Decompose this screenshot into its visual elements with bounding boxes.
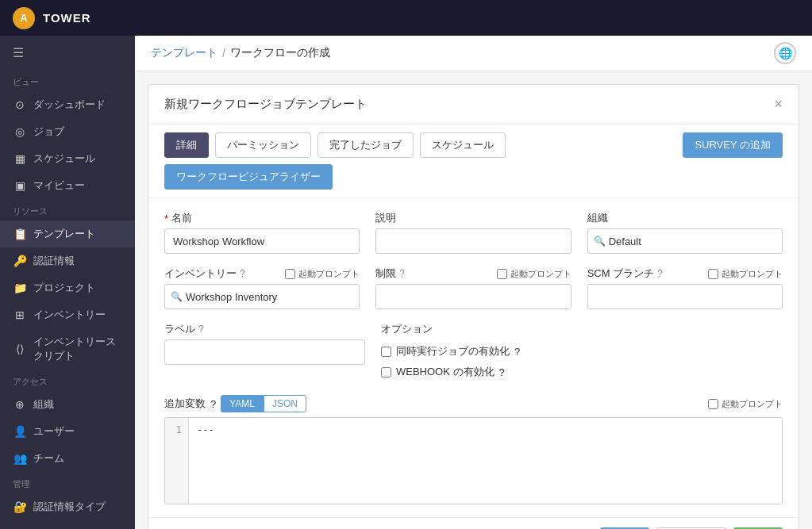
jobs-icon: ◎ (13, 125, 27, 139)
limit-label-text: 制限 (375, 266, 396, 281)
form-tabs: 詳細 パーミッション 完了したジョブ スケジュール SURVEY の追加 ワーク… (148, 125, 799, 198)
sidebar-item-label-users: ユーザー (33, 424, 75, 439)
sidebar-item-dashboard[interactable]: ⊙ ダッシュボード (0, 91, 135, 118)
limit-help-icon[interactable]: ? (399, 268, 405, 279)
row-inventory-limit-scm: インベントリー ? 起動プロンプト 🔍 (164, 266, 783, 309)
breadcrumb-bar: テンプレート / ワークフローの作成 🌐 (135, 36, 812, 71)
sidebar-item-inventories[interactable]: ⊞ インベントリー (0, 301, 135, 328)
sidebar-item-users[interactable]: 👤 ユーザー (0, 418, 135, 445)
sidebar-item-label-credentials: 認証情報 (33, 254, 75, 268)
name-input[interactable] (164, 228, 360, 254)
option-concurrent-help-icon[interactable]: ? (514, 346, 520, 358)
scm-prompt-checkbox[interactable] (708, 269, 718, 279)
org-input-wrapper: 🔍 (587, 228, 783, 254)
top-header: A TOWER (0, 0, 812, 36)
row-name-desc-org: * 名前 説明 組織 🔍 (164, 211, 783, 254)
cred-types-icon: 🔐 (13, 500, 27, 514)
sidebar-item-projects[interactable]: 📁 プロジェクト (0, 274, 135, 301)
name-label-text: 名前 (171, 211, 192, 225)
sidebar-item-templates[interactable]: 📋 テンプレート (0, 220, 135, 247)
line-number-1: 1 (171, 423, 182, 438)
extra-vars-label-text: 追加変数 (164, 397, 206, 411)
extra-vars-label: 追加変数 ? YAML JSON (164, 395, 306, 412)
templates-icon: 📋 (13, 227, 27, 241)
inventory-label-text: インベントリー (164, 266, 237, 281)
sidebar-item-myview[interactable]: ▣ マイビュー (0, 172, 135, 199)
tab-visualizer[interactable]: ワークフロービジュアライザー (164, 164, 333, 190)
option-webhook-help-icon[interactable]: ? (499, 366, 505, 378)
org-label: 組織 (587, 211, 783, 225)
description-label: 説明 (375, 211, 571, 225)
description-input[interactable] (375, 228, 571, 254)
field-inventory: インベントリー ? 起動プロンプト 🔍 (164, 266, 360, 309)
form-body: * 名前 説明 組織 🔍 (148, 198, 799, 517)
option-concurrent-label: 同時実行ジョブの有効化 (396, 344, 510, 358)
option-webhook-checkbox[interactable] (381, 367, 391, 378)
close-button[interactable]: × (774, 96, 783, 113)
extra-vars-help-icon[interactable]: ? (210, 398, 216, 410)
format-yaml-button[interactable]: YAML (221, 395, 264, 412)
format-json-button[interactable]: JSON (264, 395, 306, 412)
sidebar-item-label-dashboard: ダッシュボード (33, 98, 106, 112)
tab-detail[interactable]: 詳細 (164, 132, 209, 158)
format-toggle: YAML JSON (221, 395, 306, 412)
section-label-admin: 管理 (0, 472, 135, 493)
myview-icon: ▣ (13, 178, 27, 193)
form-title: 新規ワークフロージョブテンプレート (164, 97, 367, 112)
tab-completed-jobs[interactable]: 完了したジョブ (317, 132, 414, 158)
sidebar-item-cred-types[interactable]: 🔐 認証情報タイプ (0, 493, 135, 520)
inventory-prompt-checkbox[interactable] (285, 269, 295, 279)
field-org: 組織 🔍 (587, 211, 783, 254)
main-layout: ☰ ビュー ⊙ ダッシュボード ◎ ジョブ ▦ スケジュール ▣ マイビュー リ… (0, 36, 812, 529)
limit-label-row: 制限 ? 起動プロンプト (375, 266, 571, 281)
sidebar-item-credentials[interactable]: 🔑 認証情報 (0, 247, 135, 274)
limit-label: 制限 ? (375, 266, 405, 281)
inventory-help-icon[interactable]: ? (240, 268, 245, 279)
section-label-resources: リソース (0, 199, 135, 220)
inventory-search-icon: 🔍 (171, 291, 183, 302)
extra-vars-label-row: 追加変数 ? YAML JSON 起動プロンプト (164, 395, 783, 412)
users-icon: 👤 (13, 424, 27, 439)
line-numbers: 1 (165, 418, 189, 504)
menu-toggle-icon[interactable]: ☰ (0, 36, 135, 70)
field-scm-branch: SCM ブランチ ? 起動プロンプト (587, 266, 783, 309)
form-header: 新規ワークフロージョブテンプレート × (148, 85, 799, 125)
inventory-label: インベントリー ? (164, 266, 245, 281)
sidebar-item-orgs[interactable]: ⊕ 組織 (0, 391, 135, 418)
field-name: * 名前 (164, 211, 360, 254)
scm-label-row: SCM ブランチ ? 起動プロンプト (587, 266, 783, 281)
labels-help-icon[interactable]: ? (198, 324, 204, 335)
labels-label-text: ラベル (164, 322, 195, 336)
field-limit: 制限 ? 起動プロンプト (375, 266, 571, 309)
tab-survey[interactable]: SURVEY の追加 (683, 132, 783, 158)
extra-vars-prompt-label: 起動プロンプト (722, 398, 783, 410)
extra-vars-prompt-checkbox[interactable] (708, 399, 718, 409)
scm-branch-input[interactable] (587, 284, 783, 309)
sidebar-item-label-orgs: 組織 (33, 397, 54, 412)
option-concurrent-checkbox[interactable] (381, 347, 391, 357)
scm-branch-help-icon[interactable]: ? (657, 268, 663, 279)
labels-label: ラベル ? (164, 322, 365, 336)
schedules-icon: ▦ (13, 151, 27, 166)
sidebar-item-jobs[interactable]: ◎ ジョブ (0, 118, 135, 145)
limit-prompt-label: 起動プロンプト (510, 268, 571, 280)
code-content[interactable]: --- (189, 418, 782, 504)
field-options: オプション 同時実行ジョブの有効化 ? WEBHOOK の有効化 ? (381, 322, 783, 382)
sidebar-item-schedules[interactable]: ▦ スケジュール (0, 145, 135, 172)
labels-input[interactable] (164, 339, 365, 365)
tab-permissions[interactable]: パーミッション (215, 132, 311, 158)
limit-input[interactable] (375, 284, 571, 309)
option-concurrent: 同時実行ジョブの有効化 ? (381, 344, 783, 358)
credentials-icon: 🔑 (13, 254, 27, 268)
tab-schedule[interactable]: スケジュール (420, 132, 506, 158)
sidebar: ☰ ビュー ⊙ ダッシュボード ◎ ジョブ ▦ スケジュール ▣ マイビュー リ… (0, 36, 135, 529)
globe-icon[interactable]: 🌐 (774, 42, 796, 64)
sidebar-item-inv-scripts[interactable]: ⟨⟩ インベントリースクリプト (0, 328, 135, 370)
breadcrumb-link[interactable]: テンプレート (151, 46, 217, 60)
limit-prompt-checkbox[interactable] (497, 269, 507, 279)
org-input[interactable] (587, 228, 783, 254)
code-editor: 1 --- (164, 417, 783, 504)
extra-vars-prompt: 起動プロンプト (708, 398, 783, 410)
inventory-input[interactable] (164, 284, 360, 309)
sidebar-item-teams[interactable]: 👥 チーム (0, 445, 135, 472)
